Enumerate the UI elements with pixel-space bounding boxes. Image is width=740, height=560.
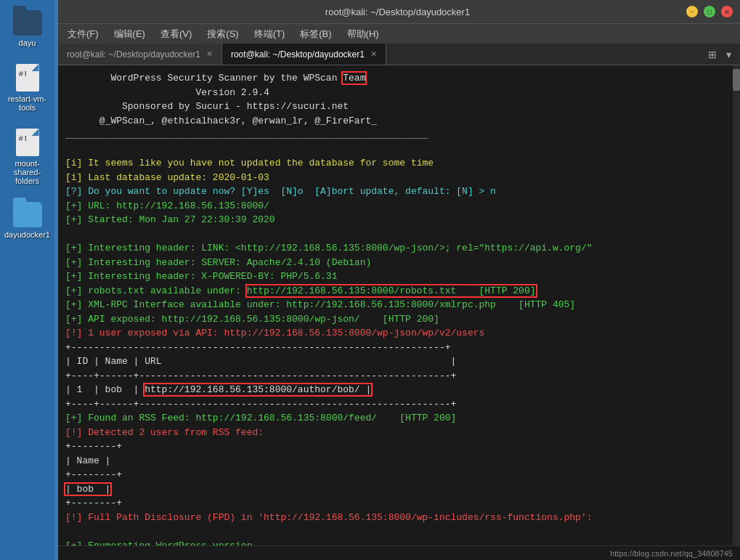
desktop: dayu restart-vm-tools mount-shared-folde… xyxy=(0,0,740,560)
terminal-line: [!] Full Path Disclosure (FPD) in 'http:… xyxy=(65,511,733,525)
terminal-line: [i] It seems like you have not updated t… xyxy=(65,156,733,171)
terminal-line: [+] Interesting header: X-POWERED-BY: PH… xyxy=(65,269,733,284)
terminal-line: +---------------------------------------… xyxy=(65,341,733,355)
terminal-line: | Name | xyxy=(65,454,733,468)
terminal-line: [i] Last database update: 2020-01-03 xyxy=(65,171,733,185)
terminal-line: ________________________________________… xyxy=(65,128,733,142)
menu-view[interactable]: 查看(V) xyxy=(155,25,198,43)
menu-search[interactable]: 搜索(S) xyxy=(201,25,244,43)
scrollbar[interactable] xyxy=(733,65,740,545)
tab-close-1[interactable]: ✕ xyxy=(370,49,377,59)
tab-0[interactable]: root@kali: ~/Desktop/dayudocker1 ✕ xyxy=(58,44,222,65)
terminal-line: [+] Started: Mon Jan 27 22:30:39 2020 xyxy=(65,213,733,227)
terminal-content[interactable]: WordPress Security Scanner by the WPScan… xyxy=(58,65,740,545)
close-button[interactable]: ✕ xyxy=(721,6,733,17)
desktop-icon-dayudocker[interactable]: dayudocker1 xyxy=(1,199,53,242)
terminal-line: +----+------+---------------------------… xyxy=(65,397,733,412)
status-url: https://blog.csdn.net/qq_34808745 xyxy=(610,549,733,558)
terminal-line-bob-url: | 1 | bob | http://192.168.56.135:8000/a… xyxy=(65,383,733,397)
new-tab-button[interactable]: ⊞ xyxy=(705,47,720,62)
scrollbar-thumb[interactable] xyxy=(733,69,740,91)
terminal-line xyxy=(65,524,733,539)
terminal-line: [!] Detected 2 users from RSS feed: xyxy=(65,426,733,440)
desktop-icon-dayu[interactable]: dayu xyxy=(10,7,45,50)
terminal-line: WordPress Security Scanner by the WPScan… xyxy=(65,71,733,86)
terminal-line: +--------+ xyxy=(65,439,733,454)
menu-bar: 文件(F) 编辑(E) 查看(V) 搜索(S) 终端(T) 标签(B) 帮助(H… xyxy=(58,23,740,44)
terminal-window: root@kali: ~/Desktop/dayudocker1 － □ ✕ 文… xyxy=(58,0,740,560)
terminal-line: @_WPScan_, @ethicalhack3r, @erwan_lr, @_… xyxy=(65,114,733,129)
terminal-line: [+] API exposed: http://192.168.56.135:8… xyxy=(65,312,733,327)
terminal-line-robots: [+] robots.txt available under: http://1… xyxy=(65,284,733,299)
title-bar: root@kali: ~/Desktop/dayudocker1 － □ ✕ xyxy=(58,0,740,23)
terminal-line: Sponsored by Sucuri - https://sucuri.net xyxy=(65,100,733,114)
desktop-icon-restart-vm[interactable]: restart-vm-tools xyxy=(0,61,54,115)
terminal-line: [+] Interesting header: SERVER: Apache/2… xyxy=(65,256,733,270)
menu-file[interactable]: 文件(F) xyxy=(62,25,105,43)
terminal-line-bob2: | bob | xyxy=(65,482,733,497)
terminal-line: | ID | Name | URL | xyxy=(65,354,733,369)
minimize-button[interactable]: － xyxy=(686,6,698,17)
desktop-icon-bar: dayu restart-vm-tools mount-shared-folde… xyxy=(0,0,54,560)
terminal-line: +--------+ xyxy=(65,468,733,482)
terminal-line xyxy=(65,142,733,157)
terminal-line: +----+------+---------------------------… xyxy=(65,369,733,384)
terminal-line: [!] 1 user exposed via API: http://192.1… xyxy=(65,326,733,341)
menu-tabs[interactable]: 标签(B) xyxy=(294,25,337,43)
tab-bar: root@kali: ~/Desktop/dayudocker1 ✕ root@… xyxy=(58,44,740,65)
title-bar-controls: － □ ✕ xyxy=(686,6,733,17)
terminal-line: [+] Enumerating WordPress version ... xyxy=(65,539,733,546)
window-title: root@kali: ~/Desktop/dayudocker1 xyxy=(109,7,686,17)
status-bar: https://blog.csdn.net/qq_34808745 xyxy=(58,545,740,560)
terminal-line: [+] Interesting header: LINK: <http://19… xyxy=(65,241,733,256)
terminal-line: [+] XML-RPC Interface available under: h… xyxy=(65,298,733,312)
file-icon xyxy=(16,129,39,156)
folder-icon xyxy=(13,10,42,36)
tab-1[interactable]: root@kali: ~/Desktop/dayudocker1 ✕ xyxy=(222,44,386,65)
tab-label: root@kali: ~/Desktop/dayudocker1 xyxy=(67,49,200,60)
menu-help[interactable]: 帮助(H) xyxy=(341,25,385,43)
desktop-icon-mount[interactable]: mount-shared-folders xyxy=(0,126,54,188)
menu-edit[interactable]: 编辑(E) xyxy=(108,25,151,43)
folder-icon xyxy=(13,202,42,227)
terminal-line: +--------+ xyxy=(65,496,733,511)
terminal-line: [+] URL: http://192.168.56.135:8000/ xyxy=(65,199,733,214)
terminal-line: [+] Found an RSS Feed: http://192.168.56… xyxy=(65,411,733,426)
desktop-icon-label: dayu xyxy=(19,38,36,47)
tab-scroll-button[interactable]: ▾ xyxy=(723,47,734,62)
terminal-line: Version 2.9.4 xyxy=(65,86,733,100)
menu-terminal[interactable]: 终端(T) xyxy=(248,25,291,43)
maximize-button[interactable]: □ xyxy=(704,6,715,17)
tab-close-0[interactable]: ✕ xyxy=(206,49,213,59)
file-icon xyxy=(16,64,39,92)
desktop-icon-label: mount-shared-folders xyxy=(3,159,52,185)
desktop-icon-label: dayudocker1 xyxy=(4,230,50,239)
tab-actions: ⊞ ▾ xyxy=(705,47,740,62)
desktop-icon-label: restart-vm-tools xyxy=(3,94,52,112)
tab-label: root@kali: ~/Desktop/dayudocker1 xyxy=(231,49,365,60)
terminal-line: [?] Do you want to update now? [Y]es [N]… xyxy=(65,184,733,199)
terminal-line xyxy=(65,227,733,242)
